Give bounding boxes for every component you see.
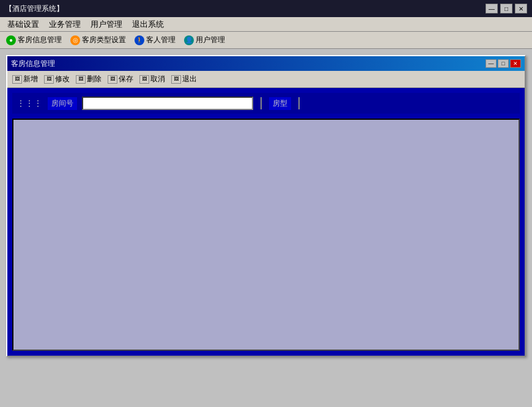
nav-room-info-label: 客房信息管理	[18, 35, 62, 45]
toolbar-delete[interactable]: 🖼 删除	[73, 73, 104, 86]
menu-user-mgmt[interactable]: 用户管理	[86, 18, 127, 31]
new-icon: 🖼	[12, 75, 22, 84]
toolbar-delete-label: 删除	[87, 74, 102, 84]
title-controls: — □ ✕	[486, 4, 527, 13]
inner-window: 客房信息管理 — □ ✕ 🖼 新增 🖼 修改 🖼 删除 🖼	[6, 55, 526, 357]
nav-room-type[interactable]: ◎ 客房类型设置	[67, 34, 130, 46]
search-divider	[260, 97, 262, 109]
toolbar-edit[interactable]: 🖼 修改	[42, 73, 72, 86]
inner-title-bar: 客房信息管理 — □ ✕	[7, 56, 525, 71]
edit-icon: 🖼	[44, 75, 54, 84]
nav-bar: ● 客房信息管理 ◎ 客房类型设置 🚶 客人管理 👤 用户管理	[0, 32, 532, 49]
search-label1: 房间号	[48, 97, 77, 110]
maximize-button[interactable]: □	[500, 4, 512, 13]
delete-icon: 🖼	[76, 75, 86, 84]
toolbar-save[interactable]: 🖼 保存	[105, 73, 136, 86]
inner-minimize-button[interactable]: —	[486, 59, 497, 68]
search-divider2	[298, 97, 300, 109]
main-area: 客房信息管理 — □ ✕ 🖼 新增 🖼 修改 🖼 删除 🖼	[0, 49, 532, 407]
cancel-icon: 🖼	[139, 75, 149, 84]
inner-close-button[interactable]: ✕	[510, 59, 521, 68]
nav-user-mgmt[interactable]: 👤 用户管理	[180, 34, 229, 46]
title-bar: 【酒店管理系统】 — □ ✕	[0, 0, 532, 17]
inner-title-controls: — □ ✕	[486, 59, 521, 68]
minimize-button[interactable]: —	[486, 4, 498, 13]
menu-basic-settings[interactable]: 基础设置	[2, 18, 44, 31]
inner-window-title: 客房信息管理	[11, 59, 55, 69]
nav-guest-label: 客人管理	[146, 35, 175, 45]
toolbar-new[interactable]: 🖼 新增	[10, 73, 40, 86]
toolbar-cancel-label: 取消	[150, 74, 165, 84]
toolbar-save-label: 保存	[119, 74, 133, 84]
toolbar-new-label: 新增	[23, 74, 38, 84]
search-input[interactable]	[82, 97, 253, 110]
search-label2: 房型	[269, 97, 291, 110]
room-type-icon: ◎	[70, 35, 80, 45]
blue-content-area: ⋮⋮⋮ 房间号 房型	[7, 88, 525, 356]
guest-mgmt-icon: 🚶	[135, 35, 144, 45]
exit-icon: 🖼	[171, 75, 181, 84]
inner-maximize-button[interactable]: □	[498, 59, 509, 68]
toolbar-exit[interactable]: 🖼 退出	[169, 73, 199, 86]
nav-room-info[interactable]: ● 客房信息管理	[2, 34, 65, 46]
toolbar-exit-label: 退出	[182, 74, 197, 84]
menu-business-mgmt[interactable]: 业务管理	[44, 18, 86, 31]
toolbar-edit-label: 修改	[55, 74, 70, 84]
close-button[interactable]: ✕	[515, 4, 527, 13]
menu-logout[interactable]: 退出系统	[127, 18, 169, 31]
nav-user-label: 用户管理	[196, 35, 225, 45]
nav-guest-mgmt[interactable]: 🚶 客人管理	[131, 34, 179, 46]
dots-decoration: ⋮⋮⋮	[17, 99, 43, 108]
inner-toolbar: 🖼 新增 🖼 修改 🖼 删除 🖼 保存 🖼 取消 🖼 退出	[7, 71, 525, 88]
toolbar-cancel[interactable]: 🖼 取消	[137, 73, 168, 86]
data-grid	[12, 119, 520, 351]
room-info-icon: ●	[6, 35, 16, 45]
app-title: 【酒店管理系统】	[5, 4, 64, 14]
search-row: ⋮⋮⋮ 房间号 房型	[12, 93, 520, 114]
save-icon: 🖼	[108, 75, 117, 84]
nav-room-type-label: 客房类型设置	[82, 35, 126, 45]
user-mgmt-icon: 👤	[184, 35, 194, 45]
menu-bar: 基础设置 业务管理 用户管理 退出系统	[0, 17, 532, 32]
